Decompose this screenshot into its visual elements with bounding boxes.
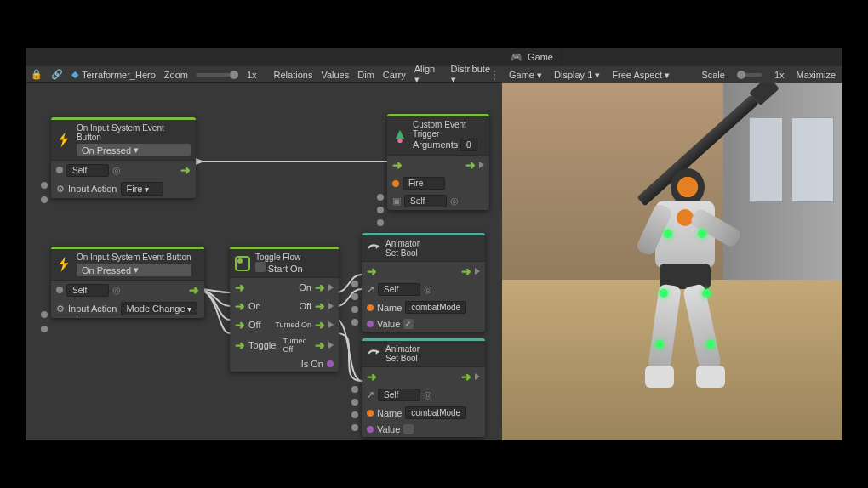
flow-in-port[interactable]: ➜: [235, 338, 245, 352]
string-port[interactable]: [392, 180, 399, 187]
node-animator-setbool-2[interactable]: AnimatorSet Bool ➜➜ ↗Self◎ NamecombatMod…: [362, 338, 485, 437]
maximize-button[interactable]: Maximize: [797, 70, 836, 80]
exec-port[interactable]: [328, 321, 334, 328]
zoom-slider[interactable]: [197, 73, 238, 77]
exec-port[interactable]: [328, 284, 334, 291]
port-icon[interactable]: [56, 287, 63, 293]
lock-icon[interactable]: 🔒: [31, 69, 43, 80]
bool-port[interactable]: [367, 426, 374, 433]
exec-port[interactable]: [479, 162, 484, 168]
target-field[interactable]: Self: [404, 195, 447, 207]
display-dropdown[interactable]: Display 1 ▾: [554, 70, 600, 81]
string-port[interactable]: [367, 304, 374, 311]
target-icon[interactable]: ◎: [450, 196, 459, 207]
port-label: Toggle: [248, 340, 276, 350]
node-input-event-1[interactable]: On Input System Event Button On Pressed▾…: [51, 117, 196, 198]
link-icon[interactable]: 🔗: [51, 69, 63, 80]
self-field[interactable]: Self: [378, 389, 420, 401]
port-off[interactable]: ➜: [315, 299, 325, 313]
port-is-on[interactable]: [327, 360, 334, 367]
port-on[interactable]: ➜: [315, 281, 325, 294]
node-title: Animator: [385, 344, 420, 354]
event-field[interactable]: Fire: [403, 177, 445, 190]
node-toggle-flow[interactable]: Toggle Flow Start On ➜On➜ ➜OnOff➜ ➜OffTu…: [230, 247, 339, 372]
side-port[interactable]: [351, 319, 358, 326]
name-field[interactable]: combatMode: [405, 406, 466, 419]
bool-port[interactable]: [367, 321, 374, 327]
toolbar-dim[interactable]: Dim: [357, 70, 374, 80]
action-dropdown[interactable]: Mode Change ▾: [121, 302, 198, 315]
toolbar-relations[interactable]: Relations: [274, 70, 313, 80]
args-field[interactable]: 0: [460, 139, 477, 151]
node-header: On Input System Event Button On Pressed▾: [51, 247, 204, 280]
target-icon[interactable]: ◎: [112, 285, 121, 296]
mode-dropdown[interactable]: On Pressed▾: [77, 144, 191, 156]
side-port[interactable]: [41, 182, 48, 189]
exec-port[interactable]: [328, 342, 334, 349]
node-animator-setbool-1[interactable]: AnimatorSet Bool ➜➜ ↗Self◎ NamecombatMod…: [362, 233, 485, 332]
side-port[interactable]: [41, 196, 48, 203]
flow-out-port[interactable]: ➜: [180, 163, 191, 177]
side-port[interactable]: [377, 207, 384, 213]
value-checkbox[interactable]: [403, 424, 414, 434]
game-dropdown[interactable]: Game ▾: [509, 70, 542, 81]
toolbar-carry[interactable]: Carry: [383, 70, 406, 80]
port-turned-off[interactable]: ➜: [315, 338, 325, 352]
lightning-icon: [56, 133, 71, 148]
self-field[interactable]: Self: [378, 283, 420, 296]
node-input-event-2[interactable]: On Input System Event Button On Pressed▾…: [51, 247, 204, 318]
side-port[interactable]: [377, 194, 384, 201]
flow-in-port[interactable]: ➜: [235, 281, 245, 294]
side-port[interactable]: [351, 281, 358, 287]
flow-out-port[interactable]: ➜: [465, 158, 476, 172]
value-label: Value: [377, 424, 400, 434]
input-action-icon: ⚙: [56, 304, 65, 315]
side-port[interactable]: [41, 326, 48, 332]
asset-selector[interactable]: ◆ Terraformer_Hero: [71, 69, 156, 80]
side-port[interactable]: [41, 311, 48, 318]
flow-in-port[interactable]: ➜: [235, 299, 245, 313]
string-port[interactable]: [367, 410, 374, 417]
exec-port[interactable]: [475, 373, 480, 380]
exec-port[interactable]: [475, 268, 480, 275]
flow-in-port[interactable]: ➜: [367, 264, 377, 278]
mode-dropdown[interactable]: On Pressed▾: [77, 264, 191, 276]
side-port[interactable]: [351, 386, 358, 393]
toolbar-align[interactable]: Align ▾: [414, 64, 443, 85]
self-field[interactable]: Self: [66, 284, 109, 297]
toolbar-values[interactable]: Values: [321, 70, 349, 80]
graph-canvas[interactable]: On Input System Event Button On Pressed▾…: [26, 83, 502, 440]
node-custom-event[interactable]: Custom Event Trigger Arguments 0 ➜➜ Fire…: [387, 114, 489, 210]
side-port[interactable]: [351, 399, 358, 406]
action-dropdown[interactable]: Fire ▾: [121, 182, 163, 196]
flow-in-port[interactable]: ➜: [367, 370, 377, 383]
name-field[interactable]: combatMode: [405, 301, 466, 314]
tab-game[interactable]: 🎮 Game: [502, 48, 562, 66]
panel-menu-icon[interactable]: ⋮: [488, 68, 499, 82]
side-port[interactable]: [377, 219, 384, 226]
self-field[interactable]: Self: [66, 164, 109, 177]
flow-in-port[interactable]: ➜: [392, 158, 403, 172]
side-port[interactable]: [351, 411, 358, 418]
target-icon[interactable]: ◎: [112, 165, 121, 176]
value-checkbox[interactable]: ✓: [403, 319, 414, 329]
start-on-checkbox[interactable]: [255, 262, 266, 272]
aspect-dropdown[interactable]: Free Aspect ▾: [612, 70, 670, 81]
flow-out-port[interactable]: ➜: [461, 264, 471, 278]
side-port[interactable]: [351, 306, 358, 313]
wizard-icon: [392, 128, 408, 144]
side-port[interactable]: [351, 424, 358, 431]
side-port[interactable]: [351, 293, 358, 300]
target-icon[interactable]: ◎: [424, 389, 432, 400]
armor-light: [664, 230, 672, 238]
scale-slider[interactable]: [737, 73, 762, 77]
animator-icon: [367, 241, 380, 255]
flow-in-port[interactable]: ➜: [235, 318, 245, 332]
port-turned-on[interactable]: ➜: [315, 318, 325, 332]
flow-out-port[interactable]: ➜: [461, 370, 471, 383]
exec-port[interactable]: [328, 303, 334, 309]
target-icon[interactable]: ◎: [424, 284, 432, 295]
port-icon[interactable]: [56, 167, 63, 173]
toggle-icon: [235, 256, 250, 271]
flow-out-port[interactable]: ➜: [189, 283, 199, 297]
